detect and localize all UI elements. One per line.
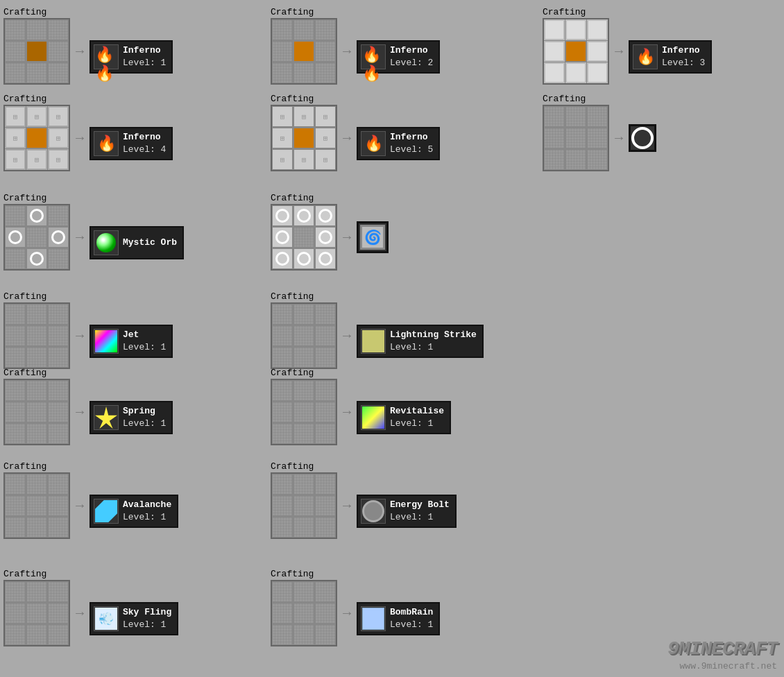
crafting-grid: ⊞ ⊞ ⊞ ⊞ ⊞ ⊞ ⊞ ⊞ [271, 105, 337, 171]
result-text: Inferno Level: 1 [123, 44, 166, 69]
result-icon [94, 499, 119, 524]
grid-cell [315, 347, 336, 368]
grid-cell [293, 423, 314, 444]
grid-cell: ⊞ [293, 149, 314, 170]
result-name: Inferno [390, 131, 433, 144]
result-name: Inferno [123, 131, 166, 144]
grid-cell [26, 19, 47, 40]
grid-cell [293, 62, 314, 83]
grid-cell [26, 423, 47, 444]
result-name: Inferno [123, 44, 166, 57]
result-single: 🌀 [357, 221, 389, 253]
grid-cell: ⊞ [26, 149, 47, 170]
result-name: Sky Fling [123, 606, 171, 619]
crafting-label: Crafting [271, 291, 314, 302]
grid-cell [315, 304, 336, 325]
result-text: Sky Fling Level: 1 [123, 606, 171, 631]
recipe-inferno3: Crafting → 🔥 Inferno Level: 3 [543, 7, 712, 85]
result-icon [361, 499, 386, 524]
grid-cell [48, 517, 69, 538]
result-level: Level: 1 [390, 619, 433, 631]
grid-cell [315, 474, 336, 495]
grid-cell [293, 603, 314, 624]
recipe-avalanche: Crafting → Avalanche Level: 1 [3, 461, 178, 539]
grid-cell [587, 62, 608, 83]
grid-cell [48, 62, 69, 83]
crafting-label: Crafting [543, 94, 586, 104]
arrow-icon: → [615, 44, 623, 60]
grid-cell [5, 325, 26, 346]
grid-cell [5, 62, 26, 83]
result-box: Lightning Strike Level: 1 [357, 325, 484, 358]
grid-cell [293, 624, 314, 645]
grid-cell [48, 248, 69, 269]
grid-cell [48, 603, 69, 624]
result-text: Inferno Level: 2 [390, 44, 433, 69]
grid-cell [26, 474, 47, 495]
grid-cell [26, 304, 47, 325]
grid-cell [565, 62, 586, 83]
result-name: BombRain [390, 606, 433, 619]
grid-cell [272, 62, 293, 83]
grid-cell [272, 205, 293, 226]
grid-cell [26, 227, 47, 248]
grid-cell [26, 495, 47, 516]
crafting-label: Crafting [271, 193, 314, 203]
inferno-icon: 🔥 [97, 135, 116, 153]
grid-cell [48, 205, 69, 226]
result-icon [94, 329, 119, 354]
grid-cell [565, 149, 586, 170]
grid-cell [293, 325, 314, 346]
grid-cell [5, 402, 26, 422]
grid-cell: ⊞ [48, 106, 69, 127]
grid-cell [5, 248, 26, 269]
grid-cell [26, 402, 47, 422]
crafting-label: Crafting [271, 7, 314, 17]
result-icon: 🔥 [633, 44, 658, 69]
crafting-label: Crafting [3, 7, 46, 17]
grid-cell [26, 603, 47, 624]
grid-cell [587, 128, 608, 148]
crafting-grid [3, 204, 70, 271]
grid-cell: ⊞ [5, 128, 26, 148]
result-level: Level: 1 [123, 341, 166, 354]
grid-cell [587, 149, 608, 170]
grid-cell [26, 380, 47, 401]
grid-cell [48, 495, 69, 516]
arrow-icon: → [76, 606, 84, 622]
result-icon: 🔥 [94, 44, 119, 69]
grid-cell [315, 517, 336, 538]
grid-cell [26, 41, 47, 62]
jet-icon [95, 330, 117, 352]
grid-cell: ⊞ [5, 106, 26, 127]
result-level: Level: 1 [123, 619, 171, 631]
grid-cell [5, 41, 26, 62]
grid-cell [48, 380, 69, 401]
crafting-label: Crafting [271, 94, 314, 104]
grid-cell [272, 304, 293, 325]
grid-cell [48, 41, 69, 62]
grid-cell [293, 19, 314, 40]
grid-cell [544, 106, 565, 127]
bombrain-icon [362, 608, 384, 630]
recipe-mysticorb: Crafting → Mystic Orb [3, 193, 184, 271]
grid-cell [293, 581, 314, 602]
grid-cell [26, 325, 47, 346]
recipe-inferno5: Crafting ⊞ ⊞ ⊞ ⊞ ⊞ ⊞ ⊞ ⊞ → 🔥 Inferno Lev… [271, 94, 440, 171]
result-level: Level: 1 [390, 511, 450, 524]
energy-icon [362, 500, 384, 522]
result-text: Revitalise Level: 1 [390, 405, 444, 430]
grid-cell [5, 304, 26, 325]
grid-cell [293, 495, 314, 516]
result-text: Inferno Level: 4 [123, 131, 166, 156]
skyfling-icon: 💨 [95, 608, 117, 630]
avalanche-icon [95, 500, 117, 522]
grid-cell: ⊞ [48, 128, 69, 148]
result-level: Level: 1 [390, 341, 477, 354]
grid-cell [544, 62, 565, 83]
result-icon [94, 230, 119, 255]
grid-cell: ⊞ [315, 128, 336, 148]
grid-cell [293, 402, 314, 422]
crafting-label: Crafting [271, 461, 314, 472]
crafting-grid: ⊞ ⊞ ⊞ ⊞ ⊞ ⊞ ⊞ ⊞ [3, 105, 70, 171]
